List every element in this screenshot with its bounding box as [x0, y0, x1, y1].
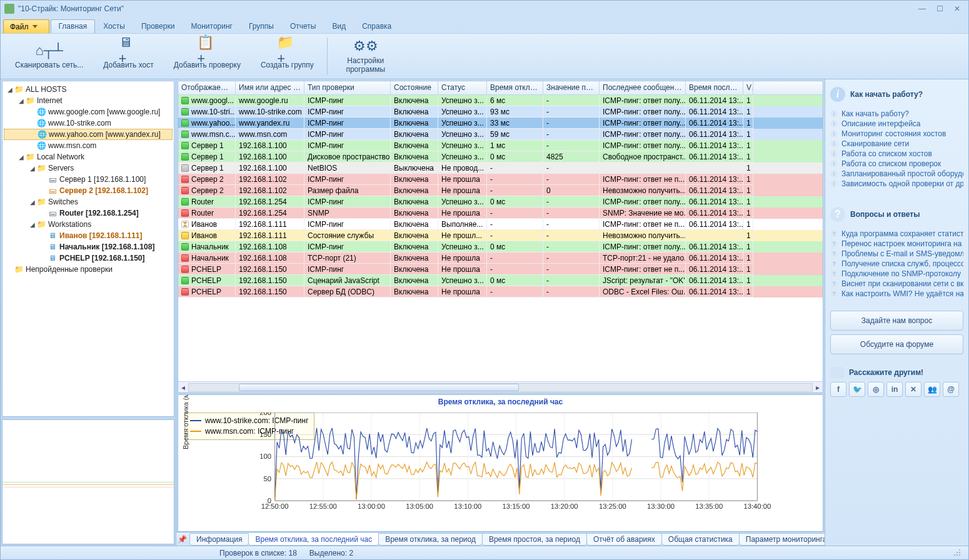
table-row[interactable]: PCHELP192.168.1.150Сценарий JavaScriptВк… [178, 275, 823, 286]
tab-Главная[interactable]: Главная [51, 19, 96, 33]
maximize-button[interactable]: ☐ [932, 3, 947, 14]
social-f[interactable]: f [830, 382, 846, 397]
table-row[interactable]: www.msn.c...www.msn.comICMP-пингВключена… [178, 129, 823, 140]
social-🐦[interactable]: 🐦 [849, 382, 865, 397]
create-group-button[interactable]: 📁+Создать группу [256, 38, 318, 75]
column-header-v[interactable]: V [743, 81, 753, 94]
help-link[interactable]: ?Куда программа сохраняет статисти... [830, 229, 963, 238]
expand-icon[interactable]: ◢ [18, 98, 25, 104]
tab-Мониторинг[interactable]: Мониторинг [183, 19, 241, 33]
tree-item[interactable]: 🌐www.yahoo.com [www.yandex.ru] [4, 129, 173, 140]
column-header-msg[interactable]: Последнее сообщение [600, 81, 686, 94]
help-link[interactable]: iЗависимость одной проверки от дру... [830, 179, 963, 188]
help-link[interactable]: iОписание интерфейса [830, 119, 963, 128]
file-menu-button[interactable]: Файл [3, 19, 49, 33]
minimize-button[interactable]: — [915, 3, 930, 14]
bottom-tab[interactable]: Информация [189, 533, 249, 546]
expand-icon[interactable]: ◢ [18, 154, 25, 161]
pin-icon[interactable]: 📌 [178, 535, 187, 544]
help-link[interactable]: iКак начать работу? [830, 109, 963, 118]
scrollbar-thumb[interactable] [239, 384, 520, 391]
tree-item[interactable]: ◢📁Workstations [4, 219, 173, 230]
tree-item[interactable]: ◢📁Servers [4, 162, 173, 174]
tree-item[interactable]: 🖴Сервер 2 [192.168.1.102] [4, 185, 173, 196]
table-row[interactable]: Router192.168.1.254SNMPВключенаНе прошла… [178, 208, 823, 219]
table-row[interactable]: Сервер 1192.168.1.100NetBIOSВыключенаНе … [178, 162, 823, 174]
ask-question-button[interactable]: Задайте нам вопрос [830, 311, 963, 331]
tab-Хосты[interactable]: Хосты [95, 19, 133, 33]
scan-network-button[interactable]: ⌂┬┴Сканировать сеть... [11, 38, 88, 75]
bottom-tab[interactable]: Отчёт об авариях [586, 533, 662, 546]
column-header-type[interactable]: Тип проверки [304, 81, 391, 94]
add-host-button[interactable]: 🖥︎+Добавить хост [99, 38, 158, 75]
column-header-val[interactable]: Значение пар... [543, 81, 600, 94]
help-link[interactable]: iСканирование сети [830, 139, 963, 148]
expand-icon[interactable]: ◢ [29, 165, 36, 172]
horizontal-scrollbar[interactable]: ◂ ▸ [178, 381, 823, 392]
tree-item[interactable]: 🌐www.google.com [www.google.ru] [4, 106, 173, 118]
bottom-tab[interactable]: Время отклика, за последний час [248, 533, 379, 546]
table-row[interactable]: Сервер 2192.168.1.102Размер файлаВключен… [178, 185, 823, 196]
social-@[interactable]: @ [943, 382, 959, 397]
tree-item[interactable]: ◢📁ALL HOSTS [4, 84, 173, 95]
help-link[interactable]: iЗапланированный простой оборудов... [830, 169, 963, 178]
table-row[interactable]: Сервер 1192.168.1.100Дисковое пространст… [178, 151, 823, 162]
tree-item[interactable]: 🖥︎Начальник [192.168.1.108] [4, 241, 173, 252]
social-✕[interactable]: ✕ [905, 382, 921, 397]
host-tree[interactable]: ◢📁ALL HOSTS◢📁Internet🌐www.google.com [ww… [2, 81, 174, 417]
bottom-tab[interactable]: Общая статистика [661, 533, 740, 546]
social-👥[interactable]: 👥 [924, 382, 940, 397]
tab-Справка[interactable]: Справка [354, 19, 399, 33]
table-row[interactable]: Сервер 1192.168.1.100ICMP-пингВключенаУс… [178, 140, 823, 151]
help-link[interactable]: ?Проблемы с E-mail и SMS-уведомлен... [830, 249, 963, 258]
tree-item[interactable]: 🖥︎Иванов [192.168.1.111] [4, 230, 173, 241]
tree-item[interactable]: 📁Непройденные проверки [4, 264, 173, 275]
help-link[interactable]: ?Получение списка служб, процессов... [830, 259, 963, 268]
scroll-left-icon[interactable]: ◂ [178, 383, 188, 392]
social-◎[interactable]: ◎ [868, 382, 884, 397]
tab-Проверки[interactable]: Проверки [133, 19, 183, 33]
tree-item[interactable]: ◢📁Switches [4, 196, 173, 208]
table-row[interactable]: Начальник192.168.1.108TCP-порт (21)Включ… [178, 252, 823, 264]
help-link[interactable]: iРабота со списком проверок [830, 159, 963, 168]
tree-item[interactable]: ◢📁Local Network [4, 151, 173, 162]
tree-item[interactable]: 🌐www.msn.com [4, 140, 173, 151]
social-in[interactable]: in [886, 382, 903, 397]
expand-icon[interactable]: ◢ [6, 86, 14, 93]
expand-icon[interactable]: ◢ [29, 221, 36, 228]
settings-button[interactable]: ⚙⚙Настройки программы [336, 38, 395, 75]
help-link[interactable]: ?Как настроить WMI? Не удаётся нас... [830, 289, 963, 298]
tree-item[interactable]: ◢📁Internet [4, 95, 173, 106]
table-row[interactable]: Иванов192.168.1.111ICMP-пингВключенаВыпо… [178, 219, 823, 230]
bottom-tab[interactable]: Время отклика, за период [378, 533, 483, 546]
help-link[interactable]: iРабота со списком хостов [830, 149, 963, 158]
tree-item[interactable]: 🖴Сервер 1 [192.168.1.100] [4, 174, 173, 185]
close-button[interactable]: ✕ [950, 3, 965, 14]
tree-item[interactable]: 🖥︎PCHELP [192.168.1.150] [4, 252, 173, 264]
table-row[interactable]: PCHELP192.168.1.150ICMP-пингВключенаНе п… [178, 264, 823, 275]
forum-button[interactable]: Обсудите на форуме [830, 334, 963, 354]
table-row[interactable]: www.10-stri...www.10-strike.comICMP-пинг… [178, 106, 823, 118]
bottom-tab[interactable]: Время простоя, за период [482, 533, 587, 546]
help-link[interactable]: ?Перенос настроек мониторинга на д... [830, 239, 963, 248]
resize-grip[interactable] [953, 549, 962, 558]
tab-Группы[interactable]: Группы [241, 19, 282, 33]
column-header-addr[interactable]: Имя или адрес хо... [236, 81, 304, 94]
column-header-rt[interactable]: Время отклика [487, 81, 543, 94]
table-row[interactable]: www.yahoo...www.yandex.ruICMP-пингВключе… [178, 118, 823, 129]
tree-item[interactable]: 🌐www.10-strike.com [4, 118, 173, 129]
table-row[interactable]: Сервер 2192.168.1.102ICMP-пингВключенаНе… [178, 174, 823, 185]
table-row[interactable]: www.googl...www.google.ruICMP-пингВключе… [178, 95, 823, 106]
column-header-status[interactable]: Статус [438, 81, 487, 94]
column-header-ts[interactable]: Время послед... [686, 81, 743, 94]
add-check-button[interactable]: 📋+Добавить проверку [169, 38, 245, 75]
scroll-right-icon[interactable]: ▸ [813, 383, 823, 392]
column-header-disp[interactable]: Отображаемо... [178, 81, 236, 94]
expand-icon[interactable]: ◢ [29, 199, 36, 206]
help-link[interactable]: ?Подключение по SNMP-протоколу [830, 269, 963, 278]
tab-Отчеты[interactable]: Отчеты [282, 19, 324, 33]
bottom-tab[interactable]: Параметр мониторинга [739, 533, 825, 546]
help-link[interactable]: ?Виснет при сканировании сети с вк... [830, 279, 963, 288]
table-row[interactable]: Иванов192.168.1.111Состояние службыВключ… [178, 230, 823, 241]
tree-item[interactable]: 🖴Router [192.168.1.254] [4, 208, 173, 219]
